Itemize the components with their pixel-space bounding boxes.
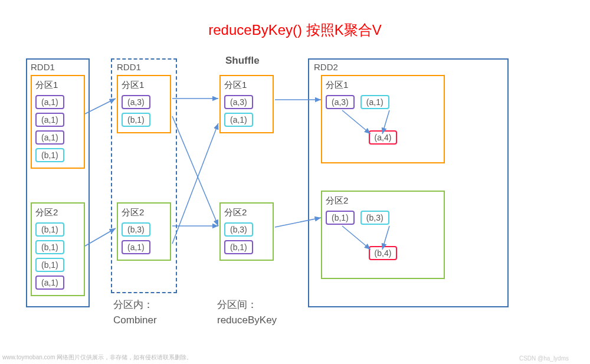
right-partition-2: 分区2 (b,1) (b,3) (b,4)	[321, 191, 445, 279]
tuple: (a,1)	[35, 95, 64, 109]
rdd2-label: RDD2	[314, 62, 338, 72]
tuple: (a,1)	[35, 113, 64, 127]
tuple: (b,3)	[122, 222, 150, 237]
shuffle-label: Shuffle	[225, 55, 260, 67]
result-tuple: (b,4)	[369, 246, 398, 260]
tuple: (b,1)	[35, 222, 64, 237]
tuple: (a,3)	[122, 95, 150, 109]
left-partition-2: 分区2 (b,1) (b,1) (b,1) (a,1)	[31, 202, 85, 296]
result-tuple: (a,4)	[369, 130, 398, 145]
partition-label: 分区1	[35, 80, 80, 91]
tuple: (b,3)	[360, 211, 389, 225]
tuple: (b,1)	[35, 240, 64, 254]
partition-label: 分区1	[122, 80, 166, 91]
partition-label: 分区2	[224, 207, 269, 218]
tuple: (b,1)	[122, 113, 150, 127]
mid-partition-1: 分区1 (a,3) (b,1)	[117, 75, 171, 133]
left-partition-1: 分区1 (a,1) (a,1) (a,1) (b,1)	[31, 75, 85, 169]
watermark-left: www.toymoban.com 网络图片仅供展示，非存储，如有侵权请联系删除。	[2, 353, 192, 362]
tuple: (a,3)	[326, 95, 355, 109]
tuple: (b,1)	[326, 211, 355, 225]
partition-label: 分区2	[326, 195, 440, 206]
tuple: (b,1)	[35, 258, 64, 272]
tuple: (a,1)	[35, 130, 64, 145]
tuple: (a,1)	[360, 95, 389, 109]
combiner-en-label: Combiner	[113, 314, 157, 326]
diagram-canvas: RDD1 分区1 (a,1) (a,1) (a,1) (b,1) 分区2 (b,…	[24, 51, 566, 335]
tuple: (b,3)	[224, 222, 253, 237]
shuffle-partition-2: 分区2 (b,3) (b,1)	[219, 202, 274, 261]
tuple: (a,1)	[35, 276, 64, 290]
rdd1-left-label: RDD1	[31, 62, 55, 72]
tuple: (a,3)	[224, 95, 253, 109]
mid-partition-2: 分区2 (b,3) (a,1)	[117, 202, 171, 261]
svg-line-3	[172, 116, 218, 226]
tuple: (a,1)	[122, 240, 150, 254]
tuple: (b,1)	[35, 148, 64, 162]
shuffle-partition-1: 分区1 (a,3) (a,1)	[219, 75, 274, 133]
combiner-cn-label: 分区内：	[113, 298, 153, 311]
reduce-cn-label: 分区间：	[217, 298, 257, 311]
right-partition-1: 分区1 (a,3) (a,1) (a,4)	[321, 75, 445, 163]
partition-label: 分区2	[35, 207, 80, 218]
watermark-right: CSDN @ha_lydms	[519, 355, 569, 362]
diagram-title: reduceByKey() 按照K聚合V	[0, 0, 590, 51]
svg-line-5	[172, 123, 218, 244]
partition-label: 分区2	[122, 207, 166, 218]
tuple: (a,1)	[224, 113, 253, 127]
reduce-en-label: reduceByKey	[217, 314, 277, 326]
partition-label: 分区1	[224, 80, 269, 91]
rdd1-mid-label: RDD1	[117, 62, 141, 72]
tuple: (b,1)	[224, 240, 253, 254]
partition-label: 分区1	[326, 80, 440, 91]
